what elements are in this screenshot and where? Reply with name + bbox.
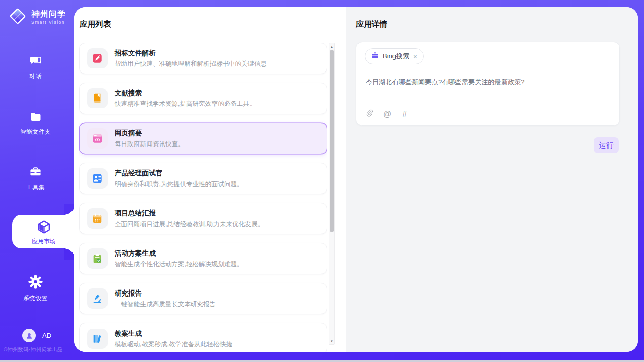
app-card[interactable]: 招标文件解析帮助用户快速、准确地理解和解析招标书中的关键信息	[79, 43, 327, 74]
app-detail-panel: 应用详情 Bing搜索 × 今日湖北有哪些新闻要点?有哪些需要关注的最新政策?	[346, 7, 638, 352]
sidebar-item-label: 智能文件夹	[0, 128, 71, 136]
scrollbar[interactable]: ▲ ▼	[329, 43, 335, 345]
gear-icon	[28, 282, 43, 291]
app-card-title: 网页摘要	[115, 129, 185, 138]
chat-icon	[29, 60, 43, 68]
sidebar-item[interactable]: 工具集	[0, 165, 71, 191]
tool-tag-bing[interactable]: Bing搜索 ×	[365, 48, 424, 64]
scroll-down-icon[interactable]: ▼	[329, 338, 334, 344]
sidebar-item-label: 系统设置	[0, 295, 71, 302]
books-icon	[87, 329, 108, 349]
user-row[interactable]: AD	[22, 329, 51, 342]
app-card-desc: 帮助用户快速、准确地理解和解析招标书中的关键信息	[115, 60, 267, 68]
pen-square-icon	[87, 48, 108, 68]
app-card-desc: 每日政府新闻资讯快查。	[115, 140, 185, 149]
app-root: 神州问学 Smart Vision 对话 智能文件夹 工具集 应用市场 系统设置	[0, 0, 644, 360]
briefcase-icon	[371, 52, 379, 61]
prompt-toolbar: @ #	[366, 108, 407, 119]
brand: 神州问学 Smart Vision	[8, 7, 66, 28]
app-detail-title: 应用详情	[356, 19, 387, 30]
app-card[interactable]: 研究报告一键智能生成高质量长文本研究报告	[79, 283, 327, 314]
brand-name: 神州问学	[31, 10, 66, 19]
sidebar: 神州问学 Smart Vision 对话 智能文件夹 工具集 应用市场 系统设置	[0, 0, 75, 360]
app-card-title: 产品经理面试官	[115, 169, 243, 178]
prompt-input[interactable]: 今日湖北有哪些新闻要点?有哪些需要关注的最新政策?	[366, 78, 610, 87]
app-card[interactable]: 项目总结汇报全面回顾项目进展,总结经验教训,助力未来优化发展。	[79, 203, 327, 234]
sidebar-item-selected[interactable]: 应用市场	[12, 215, 75, 248]
app-card-desc: 智能生成个性化活动方案,轻松解决规划难题。	[115, 260, 243, 269]
app-card-list: 招标文件解析帮助用户快速、准确地理解和解析招标书中的关键信息 文献搜索快速精准查…	[79, 43, 327, 352]
brand-logo-icon	[8, 7, 27, 28]
brand-subtitle: Smart Vision	[31, 20, 66, 25]
at-icon[interactable]: @	[383, 110, 391, 119]
scroll-up-icon[interactable]: ▲	[329, 43, 334, 50]
user-label: AD	[42, 332, 51, 339]
app-card-desc: 快速精准查找学术资源,提高研究效率的必备工具。	[115, 100, 256, 108]
sidebar-item[interactable]: 对话	[0, 55, 71, 80]
interview-icon	[87, 168, 108, 189]
calendar-icon	[87, 208, 108, 229]
app-card-title: 活动方案生成	[115, 249, 243, 258]
clipboard-check-icon	[87, 248, 108, 269]
app-card[interactable]: 网页摘要每日政府新闻资讯快查。	[79, 123, 327, 154]
sidebar-item-label: 应用市场	[12, 238, 75, 245]
app-card[interactable]: 活动方案生成智能生成个性化活动方案,轻松解决规划难题。	[79, 243, 327, 274]
app-card[interactable]: 产品经理面试官明确身份和职责,为您提供专业性的面试问题。	[79, 163, 327, 194]
sidebar-item-label: 工具集	[0, 184, 71, 191]
folder-icon	[29, 116, 43, 124]
sidebar-footer: ©神州数码·神州问学出品	[4, 346, 79, 353]
app-card-desc: 模板驱动,教案秒成,教学准备从此轻松快捷	[115, 340, 232, 349]
app-card-title: 招标文件解析	[115, 49, 267, 58]
paperclip-icon[interactable]	[366, 108, 373, 119]
hash-icon[interactable]: #	[402, 110, 407, 119]
scrollbar-thumb[interactable]	[330, 50, 334, 232]
app-card-desc: 明确身份和职责,为您提供专业性的面试问题。	[115, 180, 243, 189]
app-card-title: 项目总结汇报	[115, 209, 264, 218]
app-card-desc: 全面回顾项目进展,总结经验教训,助力未来优化发展。	[115, 220, 264, 229]
app-card-title: 研究报告	[115, 289, 216, 298]
app-list-panel: 应用列表 招标文件解析帮助用户快速、准确地理解和解析招标书中的关键信息 文献搜索…	[74, 7, 346, 352]
cube-icon	[36, 228, 52, 236]
run-row: 运行	[594, 137, 619, 153]
user-avatar-icon	[22, 329, 36, 342]
toolbox-icon	[28, 171, 43, 179]
app-list-title: 应用列表	[80, 19, 111, 30]
app-card-title: 教案生成	[115, 329, 232, 338]
run-button[interactable]: 运行	[594, 137, 619, 153]
app-card[interactable]: 教案生成模板驱动,教案秒成,教学准备从此轻松快捷	[79, 323, 327, 352]
content: 应用列表 招标文件解析帮助用户快速、准确地理解和解析招标书中的关键信息 文献搜索…	[74, 7, 638, 352]
sidebar-item-label: 对话	[0, 73, 71, 80]
sidebar-item[interactable]: 系统设置	[0, 275, 71, 302]
app-card-title: 文献搜索	[115, 89, 256, 98]
app-card-desc: 一键智能生成高质量长文本研究报告	[115, 300, 216, 309]
app-card[interactable]: 文献搜索快速精准查找学术资源,提高研究效率的必备工具。	[79, 83, 327, 114]
microscope-icon	[87, 288, 108, 309]
prompt-card: Bing搜索 × 今日湖北有哪些新闻要点?有哪些需要关注的最新政策? @ #	[356, 42, 620, 126]
close-icon[interactable]: ×	[413, 53, 417, 60]
sidebar-item[interactable]: 智能文件夹	[0, 111, 71, 136]
tool-tag-label: Bing搜索	[383, 52, 409, 61]
book-icon	[87, 88, 108, 108]
browser-code-icon	[87, 128, 108, 149]
